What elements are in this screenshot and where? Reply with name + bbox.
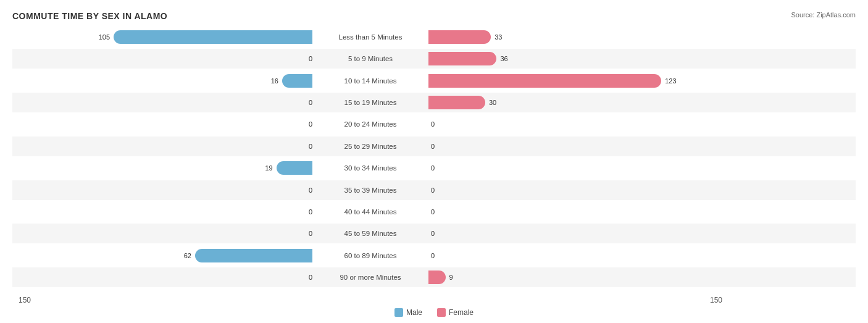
female-value-zero: 0 <box>431 252 435 259</box>
bar-row: 0 15 to 19 Minutes 30 <box>12 93 856 112</box>
female-value-zero: 0 <box>431 208 435 216</box>
bar-row: 105 Less than 5 Minutes 33 <box>12 27 856 47</box>
bar-label: 35 to 39 Minutes <box>315 187 426 194</box>
male-value-zero: 0 <box>309 99 312 106</box>
bar-label: 15 to 19 Minutes <box>315 99 426 106</box>
female-value: 9 <box>449 274 453 281</box>
left-section: 62 <box>12 246 315 266</box>
female-bar: 123 <box>428 74 661 88</box>
male-value: 19 <box>265 164 272 172</box>
chart-title: COMMUTE TIME BY SEX IN ALAMO <box>12 11 856 21</box>
left-section: 0 <box>12 49 315 69</box>
female-value-zero: 0 <box>431 120 435 128</box>
source-text: Source: ZipAtlas.com <box>791 11 856 19</box>
female-value-zero: 0 <box>431 164 435 172</box>
bar-label: 30 to 34 Minutes <box>315 164 426 172</box>
male-value-zero: 0 <box>309 187 312 194</box>
male-bar: 16 <box>282 74 312 88</box>
left-section: 0 <box>12 93 315 112</box>
chart-container: COMMUTE TIME BY SEX IN ALAMO Source: Zip… <box>0 0 868 323</box>
right-section: 0 <box>426 114 728 134</box>
bar-row: 0 45 to 59 Minutes 0 <box>12 224 856 243</box>
right-section: 0 <box>426 180 728 200</box>
left-section: 0 <box>12 267 315 287</box>
bar-label: 90 or more Minutes <box>315 274 426 281</box>
left-section: 0 <box>12 136 315 156</box>
bar-label: 60 to 89 Minutes <box>315 252 426 259</box>
male-bar: 62 <box>195 249 312 262</box>
bar-row: 0 35 to 39 Minutes 0 <box>12 180 856 200</box>
bar-label: 25 to 29 Minutes <box>315 143 426 150</box>
bar-row: 0 90 or more Minutes 9 <box>12 267 856 287</box>
right-section: 33 <box>426 27 728 47</box>
male-value-zero: 0 <box>309 230 312 237</box>
female-value-zero: 0 <box>431 187 435 194</box>
female-value: 33 <box>495 33 502 41</box>
female-value-zero: 0 <box>431 143 435 150</box>
female-value-zero: 0 <box>431 230 435 237</box>
bar-label: Less than 5 Minutes <box>315 33 426 41</box>
female-value: 123 <box>665 77 676 85</box>
male-value: 16 <box>271 77 278 85</box>
right-section: 0 <box>426 202 728 222</box>
male-bar: 19 <box>277 161 312 175</box>
right-section: 123 <box>426 71 728 91</box>
legend-male-label: Male <box>406 308 422 317</box>
bar-row: 16 10 to 14 Minutes 123 <box>12 71 856 91</box>
male-value-zero: 0 <box>309 120 312 128</box>
bar-label: 20 to 24 Minutes <box>315 120 426 128</box>
bar-row: 62 60 to 89 Minutes 0 <box>12 246 856 266</box>
left-section: 0 <box>12 114 315 134</box>
bar-row: 0 40 to 44 Minutes 0 <box>12 202 856 222</box>
left-section: 0 <box>12 180 315 200</box>
axis-left: 150 <box>12 296 315 304</box>
female-bar: 30 <box>428 96 485 109</box>
right-section: 30 <box>426 93 728 112</box>
bar-label: 40 to 44 Minutes <box>315 208 426 216</box>
legend-female-label: Female <box>449 308 474 317</box>
male-value: 105 <box>99 33 110 41</box>
right-section: 0 <box>426 136 728 156</box>
male-bar: 105 <box>114 30 312 44</box>
right-section: 36 <box>426 49 728 69</box>
legend: Male Female <box>12 308 856 317</box>
female-value: 30 <box>489 99 496 106</box>
left-section: 105 <box>12 27 315 47</box>
left-section: 0 <box>12 202 315 222</box>
legend-female-box <box>437 308 446 317</box>
female-bar: 9 <box>428 271 446 284</box>
bar-row: 19 30 to 34 Minutes 0 <box>12 158 856 178</box>
male-value-zero: 0 <box>309 274 312 281</box>
female-value: 36 <box>500 55 507 62</box>
left-section: 16 <box>12 71 315 91</box>
left-section: 0 <box>12 224 315 243</box>
right-section: 9 <box>426 267 728 287</box>
male-value-zero: 0 <box>309 55 312 62</box>
bottom-area: 150 150 Male Female <box>12 293 856 317</box>
chart-area: 105 Less than 5 Minutes 33 0 5 to 9 Minu… <box>12 26 856 288</box>
female-bar: 36 <box>428 52 496 65</box>
male-value: 62 <box>184 252 191 259</box>
bar-label: 5 to 9 Minutes <box>315 55 426 62</box>
right-section: 0 <box>426 158 728 178</box>
male-value-zero: 0 <box>309 143 312 150</box>
legend-male: Male <box>394 308 422 317</box>
bar-row: 0 5 to 9 Minutes 36 <box>12 49 856 69</box>
right-section: 0 <box>426 224 728 243</box>
bar-label: 45 to 59 Minutes <box>315 230 426 237</box>
bar-row: 0 20 to 24 Minutes 0 <box>12 114 856 134</box>
left-section: 19 <box>12 158 315 178</box>
bar-label: 10 to 14 Minutes <box>315 77 426 85</box>
right-section: 0 <box>426 246 728 266</box>
male-value-zero: 0 <box>309 208 312 216</box>
bar-row: 0 25 to 29 Minutes 0 <box>12 136 856 156</box>
legend-male-box <box>394 308 403 317</box>
axis-right: 150 <box>426 296 728 304</box>
female-bar: 33 <box>428 30 491 44</box>
axis-row: 150 150 <box>12 296 856 304</box>
legend-female: Female <box>437 308 474 317</box>
